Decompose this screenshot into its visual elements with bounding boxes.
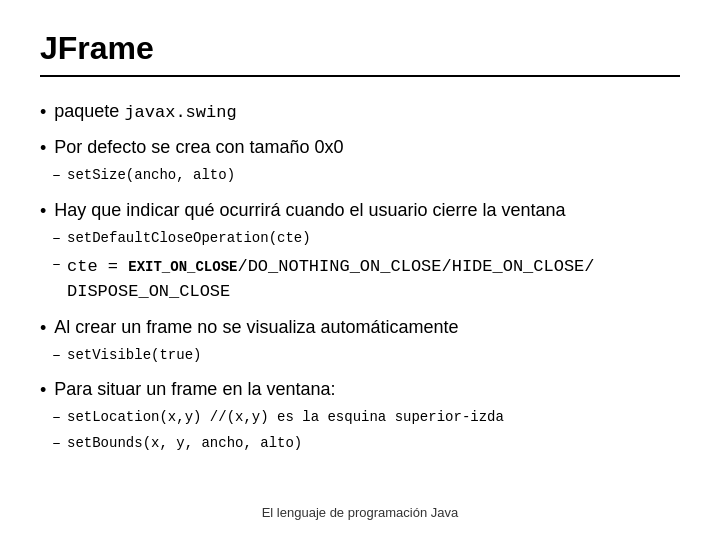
- footer: El lenguaje de programación Java: [40, 495, 680, 520]
- sub-bullet-5-2: – setBounds(x, y, ancho, alto): [52, 433, 680, 456]
- bullet-dot-5: •: [40, 378, 46, 403]
- bullet-dot: •: [40, 100, 46, 125]
- bullet-dot-4: •: [40, 316, 46, 341]
- sub-bullet-2-1: – setSize(ancho, alto): [52, 165, 680, 188]
- sub-dash: –: [52, 165, 61, 188]
- sub-dash-3-1: –: [52, 228, 61, 251]
- bullet-dot-2: •: [40, 136, 46, 161]
- sub-dash-4-1: –: [52, 345, 61, 368]
- sub-text-3-2: cte = EXIT_ON_CLOSE/DO_NOTHING_ON_CLOSE/…: [67, 254, 680, 305]
- bullet-code-1: javax.swing: [124, 103, 236, 122]
- bullet-text-2: Por defecto se crea con tamaño 0x0: [54, 135, 343, 160]
- bullet-text-1: paquete javax.swing: [54, 99, 236, 125]
- cte-prefix: cte =: [67, 257, 128, 276]
- sub-code-5-2: setBounds(x, y, ancho, alto): [67, 433, 302, 454]
- sub-bullet-5-1: – setLocation(x,y) //(x,y) es la esquina…: [52, 407, 680, 430]
- slide-title: JFrame: [40, 30, 680, 77]
- sub-bullet-4-1: – setVisible(true): [52, 345, 680, 368]
- sub-bullets-2: – setSize(ancho, alto): [40, 165, 680, 188]
- bullet-item-2: • Por defecto se crea con tamaño 0x0 – s…: [40, 135, 680, 188]
- sub-code-5-1: setLocation(x,y) //(x,y) es la esquina s…: [67, 407, 504, 428]
- bullet-text-4: Al crear un frame no se visualiza automá…: [54, 315, 458, 340]
- sub-bullets-5: – setLocation(x,y) //(x,y) es la esquina…: [40, 407, 680, 455]
- sub-bullet-3-2: – cte = EXIT_ON_CLOSE/DO_NOTHING_ON_CLOS…: [52, 254, 680, 305]
- sub-bullets-3: – setDefaultCloseOperation(cte) – cte = …: [40, 228, 680, 305]
- sub-bullet-3-1: – setDefaultCloseOperation(cte): [52, 228, 680, 251]
- bullet-dot-3: •: [40, 199, 46, 224]
- bullet-item-3: • Hay que indicar qué ocurrirá cuando el…: [40, 198, 680, 305]
- sub-code-2-1: setSize(ancho, alto): [67, 165, 235, 186]
- bullet-item-5: • Para situar un frame en la ventana: – …: [40, 377, 680, 455]
- bullet-text-3: Hay que indicar qué ocurrirá cuando el u…: [54, 198, 565, 223]
- slide-container: JFrame • paquete javax.swing • Por defec…: [0, 0, 720, 540]
- sub-code-3-1: setDefaultCloseOperation(cte): [67, 228, 311, 249]
- exit-on-close: EXIT_ON_CLOSE: [128, 259, 237, 275]
- sub-code-4-1: setVisible(true): [67, 345, 201, 366]
- bullet-item-1: • paquete javax.swing: [40, 99, 680, 125]
- bullet-item-4: • Al crear un frame no se visualiza auto…: [40, 315, 680, 368]
- bullet-text-5: Para situar un frame en la ventana:: [54, 377, 335, 402]
- sub-dash-5-2: –: [52, 433, 61, 456]
- sub-dash-3-2: –: [52, 254, 61, 277]
- sub-bullets-4: – setVisible(true): [40, 345, 680, 368]
- content-area: • paquete javax.swing • Por defecto se c…: [40, 85, 680, 495]
- sub-dash-5-1: –: [52, 407, 61, 430]
